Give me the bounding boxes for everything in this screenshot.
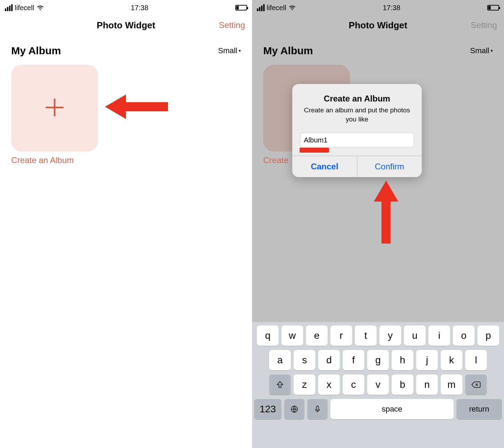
key-k[interactable]: k	[441, 350, 462, 370]
create-album-caption: Create an Album	[11, 155, 74, 165]
nav-header: Photo Widget Setting	[0, 15, 252, 35]
battery-icon	[235, 5, 247, 10]
key-z[interactable]: z	[294, 374, 315, 395]
key-g[interactable]: g	[367, 350, 389, 370]
status-bar: lifecell 17:38	[252, 0, 504, 15]
backspace-key[interactable]	[465, 374, 487, 395]
key-s[interactable]: s	[294, 350, 315, 370]
size-label: Small	[470, 46, 489, 55]
cell-signal-icon	[257, 4, 265, 11]
key-b[interactable]: b	[392, 374, 413, 395]
onscreen-keyboard: q w e r t y u i o p a s d f g h j k l z …	[252, 322, 504, 448]
create-album-tile[interactable]	[11, 65, 98, 152]
key-q[interactable]: q	[257, 326, 279, 346]
key-n[interactable]: n	[416, 374, 438, 395]
wifi-icon	[36, 3, 44, 13]
section-header: My Album Small ▾	[252, 41, 504, 57]
annotation-arrow-left	[105, 91, 168, 124]
key-f[interactable]: f	[343, 350, 364, 370]
page-title: Photo Widget	[349, 20, 407, 31]
svg-rect-3	[316, 406, 318, 410]
key-t[interactable]: t	[355, 326, 377, 346]
cell-signal-icon	[5, 4, 13, 11]
section-title: My Album	[263, 45, 313, 57]
size-dropdown[interactable]: Small ▾	[218, 46, 241, 55]
clock: 17:38	[131, 4, 148, 12]
settings-button[interactable]: Setting	[471, 20, 497, 30]
status-bar: lifecell 17:38	[0, 0, 252, 15]
plus-icon	[42, 95, 67, 121]
size-label: Small	[218, 46, 237, 55]
album-name-input[interactable]	[300, 133, 414, 147]
key-j[interactable]: j	[416, 350, 438, 370]
key-o[interactable]: o	[453, 326, 475, 346]
screen-before: lifecell 17:38 Photo Widget Setting My A…	[0, 0, 252, 448]
carrier-label: lifecell	[267, 4, 286, 12]
annotation-arrow-up	[370, 181, 402, 245]
key-h[interactable]: h	[392, 350, 413, 370]
dialog-message: Create an album and put the photos you l…	[292, 106, 422, 124]
dialog-button-row: Cancel Confirm	[292, 156, 422, 177]
key-r[interactable]: r	[330, 326, 352, 346]
wifi-icon	[288, 3, 296, 13]
nav-header: Photo Widget Setting	[252, 15, 504, 35]
key-u[interactable]: u	[404, 326, 426, 346]
page-title: Photo Widget	[97, 20, 155, 31]
keyboard-row-2: a s d f g h j k l	[254, 350, 502, 370]
battery-icon	[487, 5, 499, 10]
globe-key[interactable]	[284, 399, 304, 419]
section-title: My Album	[11, 45, 61, 57]
svg-marker-1	[374, 181, 398, 244]
screen-dialog: lifecell 17:38 Photo Widget Setting My A…	[252, 0, 504, 448]
chevron-down-icon: ▾	[239, 48, 241, 53]
create-album-caption: Create	[263, 155, 288, 165]
size-dropdown[interactable]: Small ▾	[470, 46, 493, 55]
key-v[interactable]: v	[367, 374, 389, 395]
svg-marker-0	[105, 94, 168, 119]
carrier-label: lifecell	[15, 4, 34, 12]
key-i[interactable]: i	[428, 326, 450, 346]
key-p[interactable]: p	[477, 326, 499, 346]
annotation-underline	[300, 148, 329, 153]
create-album-dialog: Create an Album Create an album and put …	[292, 84, 422, 177]
settings-button[interactable]: Setting	[219, 20, 245, 30]
key-e[interactable]: e	[306, 326, 328, 346]
clock: 17:38	[383, 4, 400, 12]
keyboard-row-4: 123 space return	[254, 399, 502, 419]
return-key[interactable]: return	[456, 399, 502, 419]
numbers-key[interactable]: 123	[254, 399, 281, 419]
section-header: My Album Small ▾	[0, 41, 252, 57]
key-a[interactable]: a	[269, 350, 291, 370]
key-c[interactable]: c	[343, 374, 364, 395]
key-x[interactable]: x	[318, 374, 340, 395]
mic-key[interactable]	[307, 399, 328, 419]
confirm-button[interactable]: Confirm	[357, 156, 422, 177]
space-key[interactable]: space	[330, 399, 454, 419]
cancel-button[interactable]: Cancel	[292, 156, 357, 177]
keyboard-row-3: z x c v b n m	[254, 374, 502, 395]
key-w[interactable]: w	[281, 326, 303, 346]
key-l[interactable]: l	[465, 350, 487, 370]
dialog-title: Create an Album	[324, 94, 390, 104]
keyboard-row-1: q w e r t y u i o p	[254, 326, 502, 346]
shift-key[interactable]	[269, 374, 291, 395]
key-m[interactable]: m	[441, 374, 462, 395]
key-y[interactable]: y	[379, 326, 401, 346]
chevron-down-icon: ▾	[491, 48, 493, 53]
key-d[interactable]: d	[318, 350, 340, 370]
